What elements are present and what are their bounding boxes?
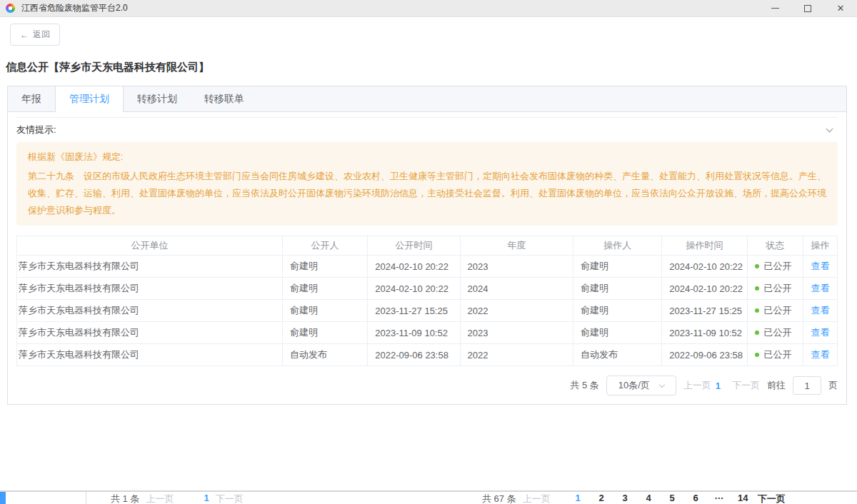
table-row: 萍乡市天东电器科技有限公司 俞建明 2023-11-27 15:25 2022 …	[17, 300, 838, 322]
disclosure-table: 公开单位 公开人 公开时间 年度 操作人 操作时间 状态 操作 萍乡市天东电器科…	[16, 236, 838, 366]
col-header-publisher: 公开人	[282, 236, 367, 256]
view-link[interactable]: 查看	[811, 305, 829, 316]
pagination-total: 共 5 条	[570, 379, 598, 392]
cell-unit: 萍乡市天东电器科技有限公司	[17, 322, 283, 344]
notice-line-2: 第二十九条 设区的市级人民政府生态环境主管部门应当会同住房城乡建设、农业农村、卫…	[28, 168, 826, 219]
page-number-3[interactable]: 3	[613, 493, 637, 503]
col-header-unit: 公开单位	[17, 236, 283, 256]
prev-page-button[interactable]: 上一页	[523, 493, 551, 504]
cell-publisher: 自动发布	[282, 344, 367, 366]
status-dot-icon	[755, 353, 759, 357]
cell-unit: 萍乡市天东电器科技有限公司	[17, 256, 283, 278]
tab-annual-report[interactable]: 年报	[8, 86, 55, 111]
bottom-right-pagination: 共 67 条 上一页 1 2 3 4 5 6 ··· 14 下一页	[482, 493, 786, 504]
goto-label: 前往	[767, 379, 786, 392]
status-dot-icon	[755, 264, 759, 268]
page-number-current[interactable]: 1	[204, 493, 209, 503]
app-icon	[6, 4, 15, 13]
table-pagination: 共 5 条 10条/页 上一页 1 下一页 前往 页	[16, 376, 838, 395]
chevron-down-icon[interactable]	[826, 125, 833, 132]
cell-operator: 俞建明	[573, 300, 662, 322]
cell-action: 查看	[803, 300, 837, 322]
page-number-last[interactable]: 14	[731, 493, 755, 503]
tab-management-plan[interactable]: 管理计划	[55, 86, 124, 112]
page-number-1[interactable]: 1	[566, 493, 590, 503]
tab-transfer-plan[interactable]: 转移计划	[124, 86, 191, 111]
cell-year: 2022	[460, 300, 573, 322]
notice-title: 友情提示:	[16, 124, 56, 136]
maximize-icon	[804, 5, 811, 12]
cell-year: 2022	[460, 344, 573, 366]
next-page-button[interactable]: 下一页	[758, 493, 786, 504]
tab-panel-management-plan: 友情提示: 根据新《固废法》规定: 第二十九条 设区的市级人民政府生态环境主管部…	[8, 112, 846, 404]
cell-unit: 萍乡市天东电器科技有限公司	[17, 278, 283, 300]
pagination-total: 共 1 条	[111, 493, 139, 504]
status-dot-icon	[755, 286, 759, 291]
cell-publish-time: 2022-09-06 23:58	[368, 344, 460, 366]
cell-action: 查看	[803, 256, 837, 278]
pager-more-icon[interactable]: ···	[708, 493, 731, 503]
cell-publisher: 俞建明	[282, 278, 367, 300]
view-link[interactable]: 查看	[811, 349, 829, 360]
close-icon: ✕	[837, 3, 845, 14]
cell-operate-time: 2024-02-10 20:22	[662, 256, 747, 278]
minimize-button[interactable]	[758, 0, 791, 17]
cell-operator: 俞建明	[573, 322, 662, 344]
table-header-row: 公开单位 公开人 公开时间 年度 操作人 操作时间 状态 操作	[17, 236, 838, 256]
cell-publish-time: 2024-02-10 20:22	[368, 278, 460, 300]
page-number-4[interactable]: 4	[637, 493, 661, 503]
close-button[interactable]: ✕	[824, 0, 857, 17]
chevron-down-icon	[659, 381, 665, 387]
page-size-value: 10条/页	[618, 379, 650, 392]
tabs-card: 年报 管理计划 转移计划 转移联单 友情提示: 根据新《固废法》规定: 第二十九…	[7, 86, 847, 405]
table-row: 萍乡市天东电器科技有限公司 俞建明 2023-11-09 10:52 2023 …	[17, 322, 838, 344]
notice-collapse-header[interactable]: 友情提示:	[16, 117, 838, 142]
prev-page-button[interactable]: 上一页	[146, 493, 174, 504]
cell-operator: 自动发布	[573, 344, 662, 366]
status-badge: 已公开	[764, 327, 792, 338]
cell-publish-time: 2024-02-10 20:22	[368, 256, 460, 278]
tab-transfer-manifest[interactable]: 转移联单	[191, 86, 258, 111]
window-controls: ✕	[758, 0, 857, 17]
page-size-select[interactable]: 10条/页	[606, 376, 676, 395]
tabs-header: 年报 管理计划 转移计划 转移联单	[8, 86, 846, 112]
cell-operate-time: 2023-11-09 10:52	[662, 322, 747, 344]
table-row: 萍乡市天东电器科技有限公司 俞建明 2024-02-10 20:22 2023 …	[17, 256, 838, 278]
col-header-action: 操作	[803, 236, 837, 256]
cell-operate-time: 2022-09-06 23:58	[662, 344, 747, 366]
cell-year: 2023	[460, 322, 573, 344]
col-header-publish-time: 公开时间	[368, 236, 460, 256]
col-header-status: 状态	[747, 236, 803, 256]
bottom-section-divider	[0, 490, 857, 492]
minimize-icon	[771, 8, 779, 9]
cell-publish-time: 2023-11-09 10:52	[368, 322, 460, 344]
status-badge: 已公开	[764, 349, 792, 360]
page-number-2[interactable]: 2	[590, 493, 613, 503]
page-content: ← 返回 信息公开【萍乡市天东电器科技有限公司】 年报 管理计划 转移计划 转移…	[0, 17, 857, 405]
back-button-label: 返回	[33, 29, 50, 41]
cell-operate-time: 2024-02-10 20:22	[662, 278, 747, 300]
page-number-6[interactable]: 6	[684, 493, 708, 503]
page-number-5[interactable]: 5	[661, 493, 684, 503]
cell-publisher: 俞建明	[282, 300, 367, 322]
next-page-button[interactable]: 下一页	[216, 493, 244, 504]
back-arrow-icon: ←	[20, 30, 29, 40]
next-page-button[interactable]: 下一页	[732, 379, 760, 392]
page-title: 信息公开【萍乡市天东电器科技有限公司】	[6, 61, 847, 74]
goto-page-input[interactable]	[793, 376, 821, 395]
prev-page-button[interactable]: 上一页	[683, 379, 711, 392]
col-header-operator: 操作人	[573, 236, 662, 256]
view-link[interactable]: 查看	[811, 283, 829, 293]
page-number-current[interactable]: 1	[716, 380, 721, 391]
table-row: 萍乡市天东电器科技有限公司 俞建明 2024-02-10 20:22 2024 …	[17, 278, 838, 300]
view-link[interactable]: 查看	[811, 261, 829, 271]
status-badge: 已公开	[764, 261, 792, 271]
notice-line-1: 根据新《固废法》规定:	[28, 148, 826, 166]
status-badge: 已公开	[764, 305, 792, 316]
cell-unit: 萍乡市天东电器科技有限公司	[17, 300, 283, 322]
maximize-button[interactable]	[791, 0, 824, 17]
bottom-sidebar-border	[86, 492, 86, 504]
back-button[interactable]: ← 返回	[10, 24, 60, 46]
view-link[interactable]: 查看	[811, 327, 829, 338]
status-dot-icon	[755, 308, 759, 313]
